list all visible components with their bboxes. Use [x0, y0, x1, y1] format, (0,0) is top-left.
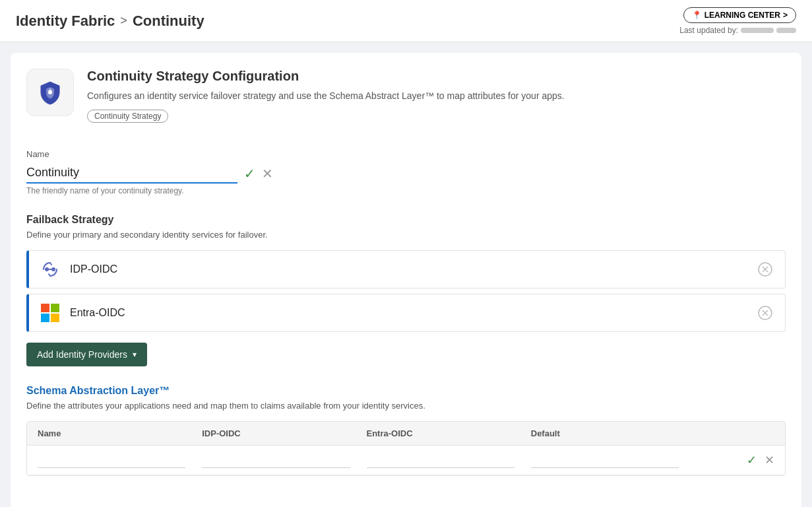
- idp-item-left: IDP-OIDC: [40, 259, 117, 280]
- breadcrumb-identity-fabric[interactable]: Identity Fabric: [16, 13, 115, 30]
- row-name-input[interactable]: [38, 452, 185, 468]
- name-label: Name: [26, 149, 786, 159]
- col-name: Name: [38, 428, 202, 438]
- pin-icon: 📍: [692, 11, 702, 20]
- learning-center-label: LEARNING CENTER: [704, 11, 780, 20]
- sync-icon: [41, 260, 59, 279]
- table-cell-name: [38, 452, 202, 468]
- breadcrumb-current: Continuity: [133, 13, 204, 30]
- last-updated-label: Last updated by:: [679, 26, 738, 35]
- col-entra-oidc: Entra-OIDC: [367, 428, 531, 438]
- name-input-wrapper: ✓ ✕: [26, 163, 786, 184]
- failback-desc: Define your primary and secondary identi…: [26, 230, 786, 240]
- table-cancel-icon[interactable]: ✕: [765, 453, 774, 467]
- ms-icon-tr: [51, 304, 59, 312]
- ms-icon-bl: [41, 314, 49, 322]
- learning-center-button[interactable]: 📍 LEARNING CENTER >: [683, 7, 796, 23]
- remove-icon: [758, 306, 772, 320]
- remove-icon: [758, 262, 772, 277]
- ms-icon-br: [51, 314, 59, 322]
- header-right: 📍 LEARNING CENTER > Last updated by:: [679, 7, 796, 35]
- entra-oidc-name: Entra-OIDC: [70, 307, 125, 319]
- col-default: Default: [531, 428, 695, 438]
- table-cell-entra-oidc: [367, 452, 531, 468]
- table-row: ✓ ✕: [27, 446, 785, 475]
- chevron-down-icon: ▾: [133, 350, 137, 359]
- idp-item-left-entra: Entra-OIDC: [40, 302, 125, 323]
- plugin-icon-container: [26, 69, 74, 116]
- last-updated-bar-sm: [776, 28, 796, 33]
- main-content: Continuity Strategy Configuration Config…: [11, 53, 801, 507]
- name-form-section: Name ✓ ✕ The friendly name of your conti…: [26, 149, 786, 195]
- cancel-icon[interactable]: ✕: [262, 166, 273, 182]
- table-confirm-icon[interactable]: ✓: [747, 453, 757, 467]
- breadcrumb-separator: >: [120, 14, 127, 28]
- idp-item-idp-oidc: IDP-OIDC: [26, 250, 786, 288]
- page-header: Identity Fabric > Continuity 📍 LEARNING …: [0, 0, 812, 42]
- last-updated: Last updated by:: [679, 26, 796, 35]
- table-cell-idp-oidc: [202, 452, 366, 468]
- schema-title: Schema Abstraction Layer™: [26, 385, 786, 397]
- last-updated-bar: [741, 28, 774, 33]
- row-entra-oidc-input[interactable]: [367, 452, 515, 468]
- idp-oidc-name: IDP-OIDC: [70, 263, 117, 275]
- plugin-description: Configures an identity service failover …: [87, 89, 565, 103]
- svg-point-2: [51, 267, 55, 271]
- plugin-title: Continuity Strategy Configuration: [87, 69, 565, 84]
- plugin-badge: Continuity Strategy: [87, 110, 168, 123]
- shield-icon: [37, 79, 63, 106]
- table-header: Name IDP-OIDC Entra-OIDC Default: [27, 422, 785, 446]
- name-hint: The friendly name of your continuity str…: [26, 186, 786, 195]
- add-identity-providers-button[interactable]: Add Identity Providers ▾: [26, 343, 147, 366]
- schema-desc: Define the attributes your applications …: [26, 401, 786, 411]
- add-idp-label: Add Identity Providers: [37, 349, 127, 360]
- failback-section: Failback Strategy Define your primary an…: [26, 214, 786, 366]
- row-default-input[interactable]: [531, 452, 679, 468]
- row-idp-oidc-input[interactable]: [202, 452, 350, 468]
- microsoft-icon: [41, 304, 59, 322]
- plugin-header: Continuity Strategy Configuration Config…: [26, 69, 786, 133]
- idp-oidc-icon-container: [40, 259, 61, 280]
- table-cell-default: [531, 452, 695, 468]
- plugin-info: Continuity Strategy Configuration Config…: [87, 69, 565, 123]
- table-actions: ✓ ✕: [695, 453, 774, 467]
- failback-title: Failback Strategy: [26, 214, 786, 226]
- col-idp-oidc: IDP-OIDC: [202, 428, 366, 438]
- schema-section: Schema Abstraction Layer™ Define the att…: [26, 385, 786, 476]
- remove-idp-oidc-button[interactable]: [756, 260, 774, 279]
- name-input[interactable]: [26, 163, 237, 184]
- remove-entra-oidc-button[interactable]: [756, 304, 774, 322]
- idp-list: IDP-OIDC: [26, 250, 786, 332]
- breadcrumb: Identity Fabric > Continuity: [16, 13, 204, 30]
- ms-icon-tl: [41, 304, 49, 312]
- confirm-icon[interactable]: ✓: [244, 166, 255, 182]
- learning-center-arrow: >: [783, 11, 788, 20]
- entra-oidc-icon-container: [40, 302, 61, 323]
- idp-item-entra-oidc: Entra-OIDC: [26, 294, 786, 332]
- schema-table: Name IDP-OIDC Entra-OIDC Default: [26, 421, 786, 476]
- svg-point-1: [45, 267, 49, 271]
- col-actions: [695, 428, 774, 438]
